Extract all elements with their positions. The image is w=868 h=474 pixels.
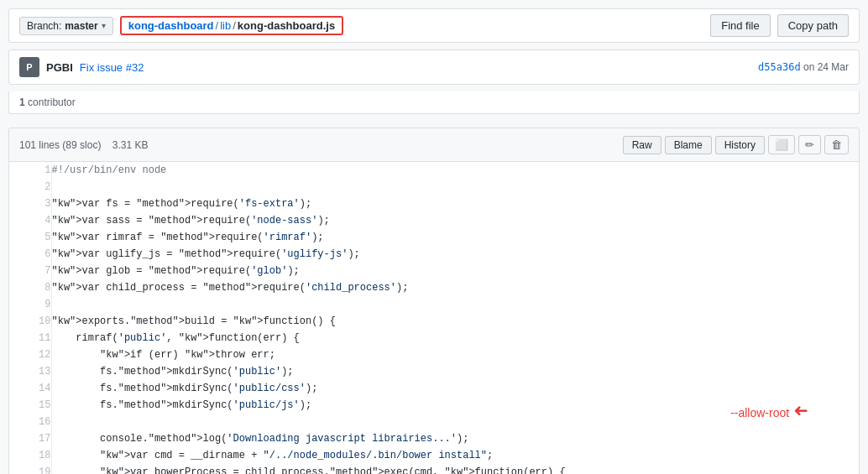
line-code [51,296,859,313]
blame-button[interactable]: Blame [665,136,712,154]
table-row: 7 "kw">var glob = "method">require('glob… [9,263,859,279]
code-table: 1 #!/usr/bin/env node 2 3 "kw">var fs = … [9,162,859,474]
file-name[interactable]: kong-dashboard.js [238,19,335,32]
table-row: 16 [9,414,859,430]
commit-hash[interactable]: d55a36d [758,61,801,73]
line-number: 17 [9,430,51,447]
chevron-down-icon: ▾ [102,21,106,30]
commit-date: on 24 Mar [803,61,849,73]
contributor-label: contributor [28,96,76,108]
line-code [51,414,859,430]
line-number: 1 [9,162,51,179]
file-lines: 101 lines (89 sloc) [19,139,101,151]
table-row: 17 console."method">log('Downloading jav… [9,430,859,447]
contributor-bar: 1 contributor [8,91,860,114]
line-number: 18 [9,447,51,464]
table-row: 13 fs."method">mkdirSync('public'); [9,363,859,380]
line-code: console."method">log('Downloading javasc… [51,430,859,447]
separator-2: / [233,19,236,32]
branch-name: master [65,20,97,32]
line-code [51,179,859,195]
commit-author[interactable]: PGBI [46,61,73,74]
edit-icon[interactable]: ✏ [798,135,821,154]
line-number: 8 [9,279,51,296]
line-code: "kw">var bowerProcess = child_process."m… [51,464,859,474]
file-meta: 101 lines (89 sloc) 3.31 KB [19,139,148,151]
line-code: "kw">var child_process = "method">requir… [51,279,859,296]
copy-path-button[interactable]: Copy path [777,14,849,37]
line-number: 14 [9,380,51,397]
desktop-icon[interactable]: ⬜ [768,135,795,154]
table-row: 14 fs."method">mkdirSync('public/css'); [9,380,859,397]
breadcrumb-right: Find file Copy path [710,14,849,37]
breadcrumb-left: Branch: master ▾ kong-dashboard / lib / … [19,16,343,35]
line-number: 11 [9,330,51,346]
table-row: 5 "kw">var rimraf = "method">require('ri… [9,229,859,246]
line-number: 19 [9,464,51,474]
commit-right: d55a36d on 24 Mar [758,61,849,73]
line-number: 13 [9,363,51,380]
dir-name[interactable]: lib [220,19,231,32]
table-row: 1 #!/usr/bin/env node [9,162,859,179]
line-number: 9 [9,296,51,313]
line-code: fs."method">mkdirSync('public'); [51,363,859,380]
contributor-count: 1 [19,96,25,108]
find-file-button[interactable]: Find file [710,14,771,37]
file-viewer: 101 lines (89 sloc) 3.31 KB Raw Blame Hi… [8,128,860,474]
delete-icon[interactable]: 🗑 [824,135,849,154]
table-row: 18 "kw">var cmd = __dirname + "/../node_… [9,447,859,464]
table-row: 8 "kw">var child_process = "method">requ… [9,279,859,296]
avatar: P [19,57,39,77]
line-code: #!/usr/bin/env node [51,162,859,179]
line-number: 3 [9,195,51,212]
commit-left: P PGBI Fix issue #32 [19,57,144,77]
table-row: 19 "kw">var bowerProcess = child_process… [9,464,859,474]
branch-selector[interactable]: Branch: master ▾ [19,17,113,35]
line-number: 15 [9,397,51,414]
line-number: 2 [9,179,51,195]
table-row: 3 "kw">var fs = "method">require('fs-ext… [9,195,859,212]
table-row: 12 "kw">if (err) "kw">throw err; [9,346,859,363]
repo-name[interactable]: kong-dashboard [128,19,214,32]
line-number: 4 [9,212,51,229]
table-row: 4 "kw">var sass = "method">require('node… [9,212,859,229]
line-code: "kw">var cmd = __dirname + "/../node_mod… [51,447,859,464]
page-container: Branch: master ▾ kong-dashboard / lib / … [0,0,868,474]
line-code: "kw">var glob = "method">require('glob')… [51,263,859,279]
line-code: "kw">var sass = "method">require('node-s… [51,212,859,229]
branch-label: Branch: [27,20,61,32]
table-row: 10 "kw">exports."method">build = "kw">fu… [9,313,859,330]
commit-message[interactable]: Fix issue #32 [80,61,144,74]
line-number: 12 [9,346,51,363]
raw-button[interactable]: Raw [623,136,661,154]
line-code: "kw">var uglify_js = "method">require('u… [51,246,859,263]
line-code: fs."method">mkdirSync('public/js'); [51,397,859,414]
line-code: fs."method">mkdirSync('public/css'); [51,380,859,397]
line-number: 7 [9,263,51,279]
line-code: rimraf('public', "kw">function(err) { [51,330,859,346]
breadcrumb-bar: Branch: master ▾ kong-dashboard / lib / … [8,8,860,43]
table-row: 9 [9,296,859,313]
table-row: 11 rimraf('public', "kw">function(err) { [9,330,859,346]
table-row: 6 "kw">var uglify_js = "method">require(… [9,246,859,263]
line-number: 6 [9,246,51,263]
file-actions: Raw Blame History ⬜ ✏ 🗑 [623,135,849,154]
line-code: "kw">var rimraf = "method">require('rimr… [51,229,859,246]
file-header: 101 lines (89 sloc) 3.31 KB Raw Blame Hi… [9,128,859,162]
line-code: "kw">if (err) "kw">throw err; [51,346,859,363]
line-number: 16 [9,414,51,430]
line-number: 5 [9,229,51,246]
table-row: 2 [9,179,859,195]
line-code: "kw">var fs = "method">require('fs-extra… [51,195,859,212]
separator-1: / [216,19,219,32]
line-number: 10 [9,313,51,330]
table-row: 15 fs."method">mkdirSync('public/js'); [9,397,859,414]
file-size: 3.31 KB [112,139,149,151]
history-button[interactable]: History [715,136,765,154]
breadcrumb-path: kong-dashboard / lib / kong-dashboard.js [120,16,343,35]
commit-bar: P PGBI Fix issue #32 d55a36d on 24 Mar [8,49,860,85]
code-area: 1 #!/usr/bin/env node 2 3 "kw">var fs = … [9,162,859,474]
line-code: "kw">exports."method">build = "kw">funct… [51,313,859,330]
